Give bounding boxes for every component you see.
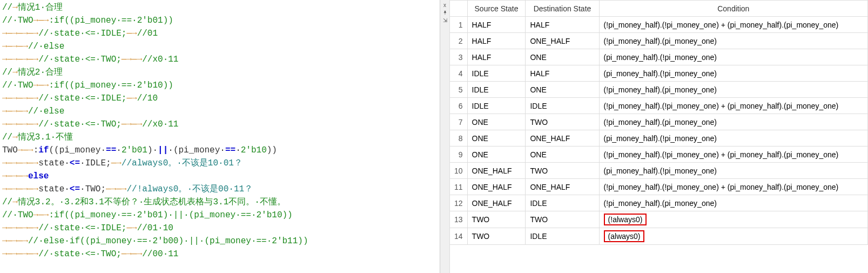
cell-source: ONE [467,114,526,130]
token: —→—→ [106,184,126,194]
cell-condition: (pi_money_half).(!pi_money_one) [599,163,867,179]
code-line[interactable]: //·TWO→—→:if((pi_money·==·2'b01)·||·(pi_… [2,209,438,222]
row-number: 13 [450,211,467,228]
table-row[interactable]: 13TWOTWO(!always0) [450,211,868,228]
token: <= [70,158,80,168]
token: —→ [111,158,122,168]
token: // [2,3,12,12]
table-header-row: Source State Destination State Condition [450,1,868,17]
token: → [12,132,18,142]
table-row[interactable]: 14TWOIDLE(always0) [450,228,868,245]
table-row[interactable]: 11ONE_HALFONE_HALF(!pi_money_half).(!pi_… [450,179,868,195]
token: —→—→ [122,119,142,129]
token: → [12,68,18,77]
token: →—→ [18,145,33,155]
token: state· [38,184,70,194]
code-line[interactable]: →—→—→—→//·state·<=·IDLE;—→//10 [2,92,438,105]
code-line[interactable]: TWO→—→:if((pi_money·==·2'b01)·||·(pi_mon… [2,144,438,157]
token: →—→—→ [2,106,28,116]
token: —→ [126,29,137,38]
token: →—→—→ [2,171,28,181]
dock-icon[interactable]: ⇲ [443,17,447,23]
cell-source: ONE [467,147,526,163]
code-line[interactable]: //→情况3.1·不懂 [2,131,438,144]
token: →—→—→—→ [2,55,38,64]
token: //·else [28,42,64,51]
code-line[interactable]: //→情况3.2。·3.2和3.1不等价？·生成状态机表格与3.1不同。·不懂。 [2,196,438,209]
row-number: 8 [450,130,467,147]
code-line[interactable]: //·TWO→—→:if((pi_money·==·2'b01)) [2,14,438,27]
token: //x0·11 [142,55,178,64]
token: )· [147,145,158,155]
token: //·state·<=·TWO; [38,119,122,129]
col-condition[interactable]: Condition [599,1,867,17]
table-row[interactable]: 7ONETWO(!pi_money_half).(pi_money_one) [450,114,868,130]
table-scroll[interactable]: Source State Destination State Condition… [450,0,868,273]
cell-destination: TWO [526,163,599,179]
token: == [106,145,116,155]
row-number: 9 [450,147,467,163]
token: )) [267,145,277,155]
table-row[interactable]: 6IDLEIDLE(!pi_money_half).(!pi_money_one… [450,98,868,114]
cell-source: IDLE [467,98,526,114]
token: //·else·if((pi_money·==·2'b00)·||·(pi_mo… [28,236,308,246]
table-row[interactable]: 3HALFONE(pi_money_half).(!pi_money_one) [450,49,868,65]
cell-condition: (!pi_money_half).(!pi_money_one) + (pi_m… [599,179,867,195]
token: // [2,132,12,142]
token: →—→—→—→ [2,119,38,129]
code-line[interactable]: →—→—→—→//·state·<=·IDLE;—→//01 [2,27,438,40]
cell-source: HALF [467,17,526,33]
cell-source: ONE_HALF [467,195,526,211]
table-row[interactable]: 4IDLEHALF(pi_money_half).(!pi_money_one) [450,65,868,82]
row-number: 6 [450,98,467,114]
table-row[interactable]: 5IDLEONE(!pi_money_half).(pi_money_one) [450,82,868,98]
panel-toolbar: x 🖈 ⇲ [440,0,450,273]
col-destination[interactable]: Destination State [526,1,599,17]
code-line[interactable]: →—→—→—→//·state·<=·TWO;—→—→//00·11 [2,248,438,261]
col-source[interactable]: Source State [467,1,526,17]
table-row[interactable]: 2HALFONE_HALF(!pi_money_half).(pi_money_… [450,33,868,49]
code-line[interactable]: //→情况1·合理 [2,1,438,14]
cell-source: IDLE [467,82,526,98]
row-number: 4 [450,65,467,82]
token: →—→ [33,16,49,25]
cell-source: HALF [467,33,526,49]
row-number: 2 [450,33,467,49]
code-line[interactable]: →—→—→—→state·<=·IDLE;—→//always0。·不该是10·… [2,157,438,170]
cell-source: ONE_HALF [467,179,526,195]
cell-condition: (always0) [599,228,867,245]
cell-destination: ONE_HALF [526,33,599,49]
cell-condition: (!pi_money_half).(!pi_money_one) + (pi_m… [599,147,867,163]
code-line[interactable]: →—→—→—→//·state·<=·TWO;—→—→//x0·11 [2,53,438,66]
table-row[interactable]: 10ONE_HALFTWO(pi_money_half).(!pi_money_… [450,163,868,179]
code-line[interactable]: //→情况2·合理 [2,66,438,79]
token: · [235,145,241,155]
pin-icon[interactable]: 🖈 [442,10,448,16]
token: →—→—→—→ [2,184,38,194]
code-line[interactable]: →—→—→//·else [2,105,438,118]
table-row[interactable]: 9ONEONE(!pi_money_half).(!pi_money_one) … [450,147,868,163]
table-row[interactable]: 12ONE_HALFIDLE(!pi_money_half).(pi_money… [450,195,868,211]
code-line[interactable]: →—→—→//·else [2,40,438,53]
table-row[interactable]: 1HALFHALF(!pi_money_half).(!pi_money_one… [450,17,868,33]
token: —→—→ [122,249,142,259]
table-row[interactable]: 8ONEONE_HALF(pi_money_half).(!pi_money_o… [450,130,868,147]
cell-condition: (pi_money_half).(!pi_money_one) [599,49,867,65]
token: 情况3.1·不懂 [18,132,73,142]
row-number: 7 [450,114,467,130]
close-icon[interactable]: x [443,2,446,8]
code-editor[interactable]: //→情况1·合理//·TWO→—→:if((pi_money·==·2'b01… [0,0,440,273]
cell-source: TWO [467,228,526,245]
cell-source: ONE [467,130,526,147]
code-line[interactable]: //·TWO→—→:if((pi_money·==·2'b10)) [2,79,438,92]
token: —→ [126,223,137,233]
token: == [225,145,235,155]
code-line[interactable]: →—→—→—→//·state·<=·TWO;—→—→//x0·11 [2,118,438,131]
code-line[interactable]: →—→—→—→state·<=·TWO;—→—→//!always0。·不该是0… [2,183,438,196]
code-line[interactable]: →—→—→else [2,170,438,183]
cell-condition: (!pi_money_half).(pi_money_one) [599,33,867,49]
token: //!always0。·不该是00·11？ [126,184,253,194]
code-line[interactable]: →—→—→—→//·state·<=·IDLE;—→//01·10 [2,222,438,235]
code-line[interactable]: →—→—→//·else·if((pi_money·==·2'b00)·||·(… [2,235,438,248]
token: state· [38,158,70,168]
